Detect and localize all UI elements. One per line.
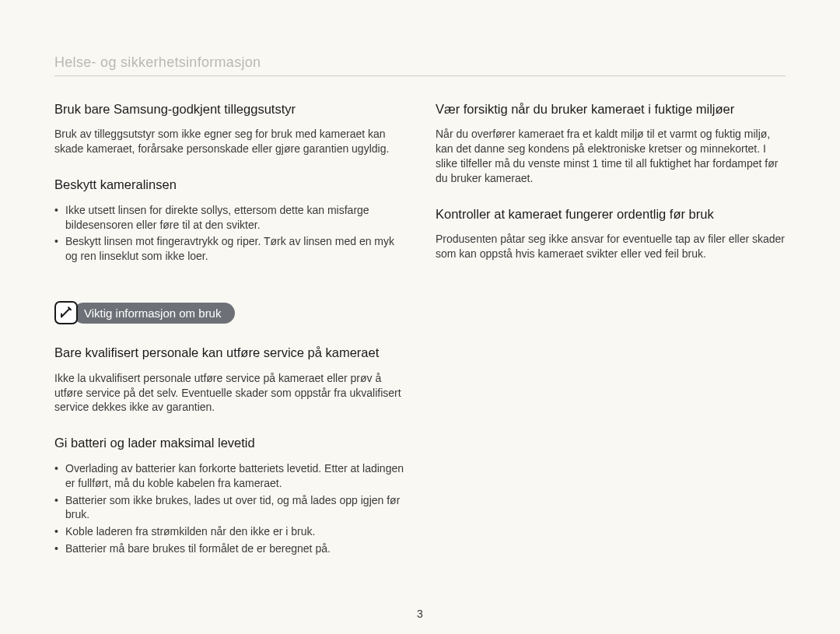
divider <box>54 75 786 76</box>
body-text: Når du overfører kameraet fra et kaldt m… <box>436 127 786 186</box>
left-column: Bruk bare Samsung-godkjent tilleggsutsty… <box>54 101 404 576</box>
callout-pill: Viktig informasjon om bruk <box>54 301 404 324</box>
heading: Vær forsiktig når du bruker kameraet i f… <box>436 101 786 117</box>
heading: Gi batteri og lader maksimal levetid <box>54 435 404 451</box>
heading: Kontroller at kameraet fungerer ordentli… <box>436 206 786 222</box>
body-text: Ikke la ukvalifisert personale utføre se… <box>54 371 404 415</box>
list-item: Koble laderen fra strømkilden når den ik… <box>54 524 404 539</box>
section-humid-environments: Vær forsiktig når du bruker kameraet i f… <box>436 101 786 186</box>
right-column: Vær forsiktig når du bruker kameraet i f… <box>436 101 786 576</box>
content-columns: Bruk bare Samsung-godkjent tilleggsutsty… <box>54 101 786 576</box>
list-item: Ikke utsett linsen for direkte sollys, e… <box>54 203 404 233</box>
section-check-camera: Kontroller at kameraet fungerer ordentli… <box>436 206 786 261</box>
section-battery-life: Gi batteri og lader maksimal levetid Ove… <box>54 435 404 556</box>
section-accessories: Bruk bare Samsung-godkjent tilleggsutsty… <box>54 101 404 156</box>
page-number: 3 <box>0 608 840 620</box>
list-item: Batterier må bare brukes til formålet de… <box>54 541 404 556</box>
list-item: Beskytt linsen mot fingeravtrykk og ripe… <box>54 234 404 264</box>
section-protect-lens: Beskytt kameralinsen Ikke utsett linsen … <box>54 177 404 264</box>
body-text: Produsenten påtar seg ikke ansvar for ev… <box>436 232 786 261</box>
body-text: Bruk av tilleggsutstyr som ikke egner se… <box>54 127 404 156</box>
bullet-list: Ikke utsett linsen for direkte sollys, e… <box>54 203 404 264</box>
pill-label: Viktig informasjon om bruk <box>73 303 235 324</box>
heading: Bruk bare Samsung-godkjent tilleggsutsty… <box>54 101 404 117</box>
heading: Beskytt kameralinsen <box>54 177 404 193</box>
list-item: Overlading av batterier kan forkorte bat… <box>54 461 404 491</box>
bullet-list: Overlading av batterier kan forkorte bat… <box>54 461 404 556</box>
breadcrumb: Helse- og sikkerhetsinformasjon <box>54 54 786 71</box>
section-qualified-service: Bare kvalifisert personale kan utføre se… <box>54 345 404 415</box>
note-icon <box>54 301 78 324</box>
heading: Bare kvalifisert personale kan utføre se… <box>54 345 404 361</box>
list-item: Batterier som ikke brukes, lades ut over… <box>54 493 404 523</box>
